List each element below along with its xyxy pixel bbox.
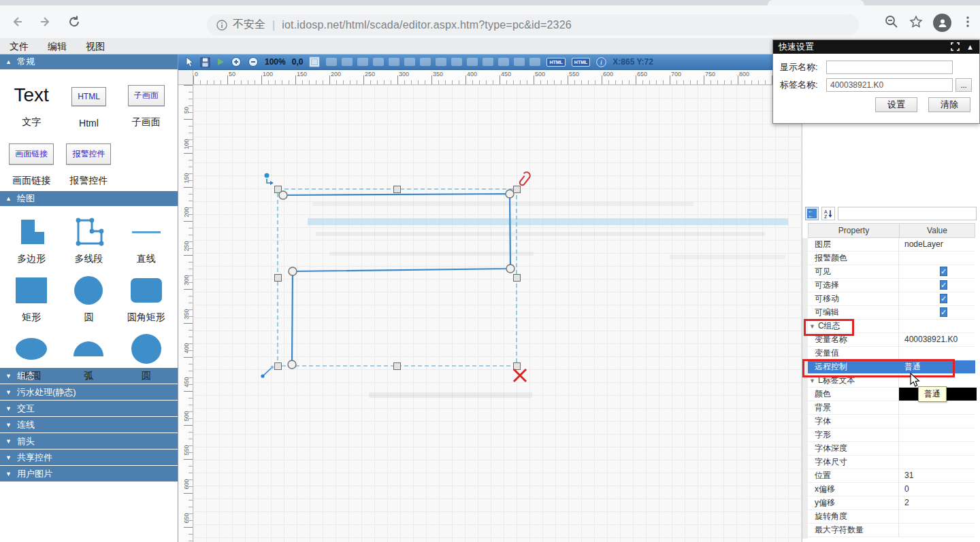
quick-settings-titlebar[interactable]: 快速设置 ▲	[773, 40, 979, 54]
resize-handles[interactable]	[275, 186, 521, 370]
palette-item-画面链接[interactable]: 画面链接画面链接	[3, 134, 60, 192]
property-row-可见[interactable]: 可见✓	[808, 265, 975, 279]
browse-tag-button[interactable]: ...	[956, 78, 972, 92]
vertex-handles[interactable]	[279, 190, 514, 369]
section-header-draw[interactable]: ▲ 绘图	[0, 191, 178, 207]
property-value[interactable]	[899, 415, 975, 428]
collapse-dialog-icon[interactable]: ▲	[966, 43, 974, 51]
select-cursor-icon[interactable]	[185, 56, 194, 68]
checkbox-checked-icon[interactable]: ✓	[940, 307, 947, 317]
forward-icon[interactable]	[34, 10, 57, 33]
save-icon[interactable]	[200, 56, 210, 68]
delete-shape-icon[interactable]	[514, 369, 526, 382]
property-row-可选择[interactable]: 可选择✓	[808, 279, 975, 292]
profile-avatar[interactable]	[933, 14, 951, 32]
zoom-out-page-icon[interactable]	[884, 14, 899, 32]
sort-az-icon[interactable]: AZ	[821, 207, 835, 220]
palette-item-子画面[interactable]: 子画面子画面	[118, 75, 175, 134]
draw-item-rrect[interactable]: 圆角矩形	[118, 271, 175, 329]
property-value[interactable]	[899, 252, 975, 265]
draw-item-polygon[interactable]: 多边形	[3, 212, 60, 271]
section-header-general[interactable]: ▲ 常规	[0, 54, 178, 70]
property-row-可移动[interactable]: 可移动✓	[808, 292, 975, 306]
html-export-icon[interactable]: HTML	[546, 58, 565, 67]
section-header[interactable]: ▼连线	[0, 417, 178, 433]
url-text[interactable]: iot.idosp.net/html/scada/editor.aspx.htm…	[282, 19, 572, 31]
set-button[interactable]: 设置	[875, 97, 917, 112]
about-info-icon[interactable]: i	[596, 56, 606, 68]
html-preview-icon[interactable]: HTML	[572, 58, 590, 67]
menu-item-编辑[interactable]: 编辑	[38, 38, 76, 54]
property-row-图层[interactable]: 图层nodeLayer	[808, 238, 975, 252]
property-value[interactable]: 2	[899, 496, 975, 509]
attach-tag-icon[interactable]	[517, 171, 532, 186]
property-row-最大字符数量[interactable]: 最大字符数量	[808, 524, 975, 537]
property-row-字体[interactable]: 字体	[808, 415, 975, 428]
property-row-变量名称[interactable]: 变量名称400038921.K0	[808, 333, 975, 347]
property-row-x偏移[interactable]: x偏移0	[808, 483, 975, 496]
property-value[interactable]	[899, 347, 975, 360]
property-value[interactable]	[899, 442, 975, 455]
section-header[interactable]: ▼交互	[0, 401, 178, 417]
property-row-C组态[interactable]: ▼C组态	[808, 320, 975, 333]
palette-item-Html[interactable]: HTMLHtml	[60, 75, 117, 134]
dock-icon[interactable]	[951, 42, 960, 52]
property-row-字体尺寸[interactable]: 字体尺寸	[808, 456, 975, 469]
property-row-旋转角度[interactable]: 旋转角度	[808, 510, 975, 524]
property-row-字形[interactable]: 字形	[808, 428, 975, 442]
design-canvas[interactable]	[193, 85, 802, 542]
reload-icon[interactable]	[63, 10, 86, 33]
property-value[interactable]: 400038921.K0	[899, 333, 975, 346]
property-row-报警颜色[interactable]: 报警颜色	[808, 252, 975, 265]
property-value[interactable]: nodeLayer	[899, 238, 975, 251]
menu-item-文件[interactable]: 文件	[0, 38, 38, 54]
property-row-背景[interactable]: 背景	[808, 401, 975, 415]
property-value[interactable]	[899, 510, 975, 523]
clear-button[interactable]: 清除	[928, 97, 970, 112]
property-row-y偏移[interactable]: y偏移2	[808, 496, 975, 510]
canvas-settings-icon[interactable]	[309, 56, 320, 68]
categorize-icon[interactable]: +-+-	[805, 207, 819, 220]
tag-name-input[interactable]	[826, 78, 953, 92]
zoom-out-icon[interactable]	[248, 56, 259, 68]
draw-item-circle2[interactable]: 圆	[118, 329, 175, 388]
display-name-input[interactable]	[826, 61, 953, 74]
property-row-颜色[interactable]: 颜色	[808, 388, 975, 401]
palette-item-文字[interactable]: Text文字	[3, 75, 60, 134]
canvas-shape-layer[interactable]	[193, 85, 802, 542]
property-value[interactable]: 31	[899, 469, 975, 482]
address-bar[interactable]: 不安全 | iot.idosp.net/html/scada/editor.as…	[207, 14, 859, 35]
section-header[interactable]: ▼箭头	[0, 433, 178, 450]
back-icon[interactable]	[5, 10, 29, 33]
property-search-box[interactable]	[838, 207, 977, 220]
draw-item-rect[interactable]: 矩形	[3, 271, 60, 329]
browser-menu-icon[interactable]	[961, 15, 975, 31]
property-value[interactable]: 0	[899, 483, 975, 496]
category-arrow-icon[interactable]: ▼	[809, 377, 815, 384]
section-header[interactable]: ▼共享控件	[0, 450, 178, 466]
property-row-可编辑[interactable]: 可编辑✓	[808, 306, 975, 320]
zoom-in-icon[interactable]	[231, 56, 242, 68]
property-value[interactable]	[899, 456, 975, 469]
property-value[interactable]: ✓	[899, 292, 975, 305]
property-value[interactable]	[899, 524, 975, 537]
property-row-L标签文本[interactable]: ▼L标签文本	[808, 374, 975, 388]
edit-end-point-icon[interactable]	[261, 366, 274, 378]
selected-polyline[interactable]	[283, 194, 510, 365]
property-value[interactable]: ✓	[899, 265, 975, 278]
property-value[interactable]: ✓	[899, 279, 975, 292]
section-header[interactable]: ▼用户图片	[0, 466, 178, 482]
property-row-位置[interactable]: 位置31	[808, 469, 975, 483]
edit-start-point-icon[interactable]	[265, 173, 274, 186]
bookmark-star-icon[interactable]	[909, 14, 924, 32]
checkbox-checked-icon[interactable]: ✓	[940, 280, 947, 290]
property-row-远程控制[interactable]: 远程控制普通	[808, 360, 975, 374]
property-value[interactable]: ✓	[899, 306, 975, 319]
property-row-变量值[interactable]: 变量值	[808, 347, 975, 360]
property-value[interactable]: 普通	[899, 360, 975, 373]
palette-item-报警控件[interactable]: 报警控件报警控件	[60, 134, 117, 192]
property-value[interactable]	[899, 428, 975, 441]
value-column-header[interactable]: Value	[900, 224, 975, 237]
draw-item-line[interactable]: 直线	[118, 212, 175, 271]
property-column-header[interactable]: Property	[808, 224, 900, 237]
